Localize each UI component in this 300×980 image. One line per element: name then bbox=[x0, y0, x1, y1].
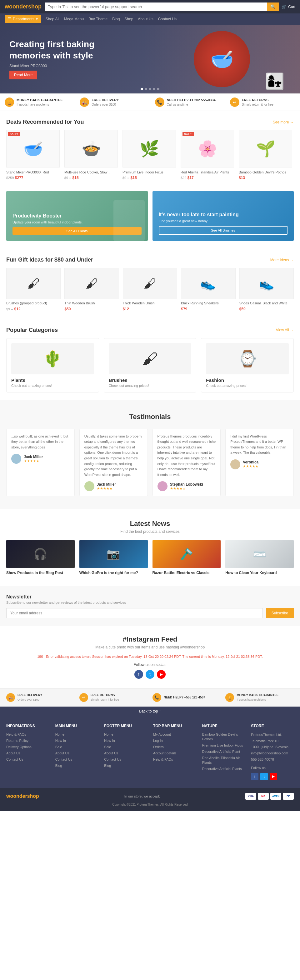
footer-link[interactable]: Premium Live Indoor Ficus bbox=[202, 743, 243, 747]
categories-view-all[interactable]: View All → bbox=[276, 328, 294, 332]
gift-product-card[interactable]: 👟 Black Running Sneakers $79 bbox=[181, 268, 235, 311]
deals-see-more[interactable]: See more → bbox=[273, 120, 294, 124]
categories-title: Popular Categories bbox=[6, 327, 58, 333]
footer-trust-sub-4: If goods have problems bbox=[237, 698, 266, 701]
footer-facebook-link[interactable]: f bbox=[251, 773, 259, 780]
departments-button[interactable]: ☰ Departments ▾ bbox=[5, 15, 41, 23]
nav-blog[interactable]: Blog bbox=[112, 17, 120, 21]
newsletter-subscribe-button[interactable]: Subscribe bbox=[266, 608, 294, 618]
hero-dot-1[interactable] bbox=[141, 88, 143, 90]
product-icon: 🌿 bbox=[140, 140, 159, 158]
footer-twitter-link[interactable]: t bbox=[260, 773, 268, 780]
footer-link[interactable]: Help & FAQs bbox=[153, 757, 173, 761]
footer-link[interactable]: Bamboo Golden Devil's Pothos bbox=[202, 732, 238, 741]
footer-link[interactable]: Log In bbox=[153, 739, 163, 743]
youtube-link[interactable]: ▶ bbox=[157, 670, 166, 679]
list-item: Sale bbox=[55, 745, 98, 749]
footer-youtube-link[interactable]: ▶ bbox=[270, 773, 277, 780]
footer-link[interactable]: Contact Us bbox=[55, 757, 72, 761]
promo-2-button[interactable]: See All Brushes bbox=[159, 226, 288, 235]
product-name: Premium Live Indoor Ficus bbox=[122, 170, 176, 174]
footer-link[interactable]: Delivery Options bbox=[6, 745, 32, 749]
nav-about[interactable]: About Us bbox=[138, 17, 153, 21]
nav-shop[interactable]: Shop bbox=[124, 17, 133, 21]
price-old: $259 bbox=[6, 176, 14, 180]
footer-link[interactable]: Contact Us bbox=[6, 757, 23, 761]
footer-link[interactable]: Orders bbox=[153, 745, 164, 749]
footer-link[interactable]: My Account bbox=[153, 732, 171, 736]
footer-link[interactable]: About Us bbox=[6, 751, 20, 755]
footer-link[interactable]: About Us bbox=[104, 751, 118, 755]
promo-2-desc: Find yourself a great new hobby bbox=[159, 219, 288, 223]
footer-link[interactable]: Help & FAQs bbox=[6, 732, 26, 736]
gift-product-name: Thin Wooden Brush bbox=[64, 301, 119, 305]
list-item: My Account bbox=[153, 732, 196, 737]
news-card[interactable]: 🎧 Show Products in the Blog Post bbox=[6, 540, 75, 575]
footer-link[interactable]: Sale bbox=[104, 745, 111, 749]
footer-link[interactable]: Sale bbox=[55, 745, 62, 749]
nav-shop-all[interactable]: Shop All bbox=[46, 17, 59, 21]
product-card[interactable]: 🌿 Premium Live Indoor Ficus $9 – $15 bbox=[122, 130, 176, 180]
newsletter-sub: Subscribe to our newsletter and get revi… bbox=[6, 601, 294, 605]
search-button[interactable]: 🔍 bbox=[267, 3, 279, 11]
newsletter-email-input[interactable] bbox=[6, 608, 263, 618]
list-item: Delivery Options bbox=[6, 745, 49, 749]
footer-link[interactable]: Home bbox=[55, 732, 64, 736]
product-card[interactable]: 🌱 Bamboo Golden Devil's Pothos $13 bbox=[239, 130, 292, 180]
footer-link[interactable]: Red Abelita Tillandsia Air Plants bbox=[202, 756, 240, 764]
footer-trust-text-4: MONEY BACK GUARANTEE If goods have probl… bbox=[237, 694, 278, 702]
footer-link[interactable]: Account details bbox=[153, 751, 176, 755]
search-input[interactable] bbox=[45, 3, 267, 11]
search-bar: 🔍 bbox=[45, 3, 279, 11]
footer-trust-delivery: 🚚 FREE DELIVERY Orders over $100 bbox=[6, 693, 75, 702]
hero-dot-3[interactable] bbox=[149, 88, 151, 90]
footer-link[interactable]: Returns Policy bbox=[6, 739, 29, 743]
gifts-title: Fun Gift Ideas for $80 and Under bbox=[6, 256, 93, 263]
hero-dot-5[interactable] bbox=[157, 88, 159, 90]
footer-link[interactable]: New In bbox=[104, 739, 115, 743]
back-to-top[interactable]: Back to top ↑ bbox=[0, 706, 300, 716]
hero-dot-4[interactable] bbox=[153, 88, 155, 90]
news-card[interactable]: 🪒 Razor Battle: Electric vs Classic bbox=[152, 540, 221, 575]
facebook-link[interactable]: f bbox=[134, 670, 143, 679]
money-back-icon: 🏆 bbox=[5, 97, 14, 107]
nav-contact[interactable]: Contact Us bbox=[158, 17, 176, 21]
footer-link[interactable]: Decorative Artificial Plant bbox=[202, 750, 240, 753]
author-avatar bbox=[230, 460, 240, 469]
gift-icon: 🖌 bbox=[27, 277, 40, 291]
footer-link[interactable]: Home bbox=[104, 732, 113, 736]
hero-read-more-button[interactable]: Read More bbox=[10, 71, 37, 80]
gift-product-card[interactable]: 🖌 Thin Wooden Brush $59 bbox=[64, 268, 119, 311]
footer-link[interactable]: About Us bbox=[55, 751, 69, 755]
news-card[interactable]: ⌨️ How to Clean Your Keyboard bbox=[225, 540, 294, 575]
product-card[interactable]: SALE! 🌸 Red Abelita Tillandsia Air Plant… bbox=[181, 130, 234, 180]
twitter-link[interactable]: t bbox=[146, 670, 154, 679]
product-card[interactable]: SALE! 🥣 Stand Mixer PRO3000, Red $259 $2… bbox=[6, 130, 60, 180]
product-card[interactable]: 🍲 Multi-use Rice Cooker, Slow… $9 – $15 bbox=[64, 130, 118, 180]
footer-link[interactable]: Decorative Artificial Plants bbox=[202, 767, 242, 771]
gifts-more[interactable]: More Ideas → bbox=[270, 258, 294, 262]
nav-mega-menu[interactable]: Mega Menu bbox=[64, 17, 84, 21]
gift-product-card[interactable]: 👟 Shoes Casual, Black and White $59 bbox=[240, 268, 294, 311]
product-name: Bamboo Golden Devil's Pothos bbox=[239, 170, 292, 174]
category-card-fashion[interactable]: ⌚ Fashion Check out amazing prices! bbox=[201, 338, 294, 393]
categories-grid: 🌵 Plants Check out amazing prices! 🖌 Bru… bbox=[6, 338, 294, 393]
deals-section: Deals Recommended for You See more → SAL… bbox=[0, 111, 300, 188]
news-card[interactable]: 📷 Which GoPro is the right for me? bbox=[79, 540, 148, 575]
cart-area[interactable]: 🛒 Cart bbox=[282, 5, 295, 9]
footer-link[interactable]: New In bbox=[55, 739, 66, 743]
news-title: Latest News bbox=[6, 520, 294, 528]
footer-link[interactable]: Blog bbox=[55, 764, 62, 767]
category-card-brushes[interactable]: 🖌 Brushes Check out amazing prices! bbox=[104, 338, 197, 393]
trust-sub-3: Call us anytime bbox=[167, 103, 188, 106]
razor-icon: 🪒 bbox=[180, 548, 194, 561]
footer-link[interactable]: Contact Us bbox=[104, 757, 121, 761]
footer-link[interactable]: Blog bbox=[104, 764, 111, 767]
nav-buy-theme[interactable]: Buy Theme bbox=[89, 17, 108, 21]
gift-product-card[interactable]: 🖌 Thick Wooden Brush $12 bbox=[123, 268, 177, 311]
author-name: Veronica bbox=[243, 460, 259, 465]
hero-dot-2[interactable] bbox=[145, 88, 147, 90]
category-card-plants[interactable]: 🌵 Plants Check out amazing prices! bbox=[6, 338, 99, 393]
newsletter-title: Newsletter bbox=[6, 594, 294, 600]
gift-product-card[interactable]: 🖌 Brushes (grouped product) $9 – $12 bbox=[6, 268, 60, 311]
